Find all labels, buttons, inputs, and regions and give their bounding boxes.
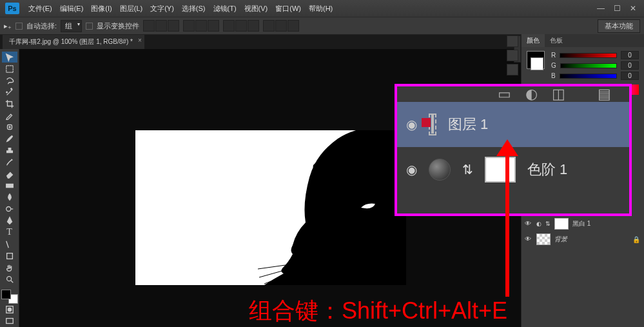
- g-value[interactable]: 0: [621, 61, 639, 70]
- menu-type[interactable]: 文字(Y): [146, 0, 178, 17]
- align-group-1[interactable]: [143, 20, 179, 32]
- maximize-icon[interactable]: ☐: [614, 4, 621, 13]
- menu-icon[interactable]: ▤: [598, 86, 611, 103]
- filter-icon[interactable]: ▭: [498, 86, 511, 103]
- distribute-group-1[interactable]: [223, 20, 259, 32]
- r-slider[interactable]: [560, 53, 617, 58]
- zoom-tool[interactable]: [2, 273, 17, 284]
- svg-rect-2: [6, 184, 13, 187]
- brush-tool[interactable]: [2, 134, 17, 144]
- screenmode-tool[interactable]: [2, 316, 17, 327]
- dodge-tool[interactable]: [2, 204, 17, 215]
- svg-point-7: [8, 308, 11, 312]
- layer-thumb: [536, 233, 551, 245]
- menu-layer[interactable]: 图层(L): [116, 0, 146, 17]
- layer-thumb: [431, 115, 434, 134]
- crop-tool[interactable]: [2, 99, 17, 110]
- menu-view[interactable]: 视图(V): [240, 0, 272, 17]
- auto-select-label: 自动选择:: [26, 21, 57, 31]
- text-tool[interactable]: T: [2, 227, 17, 238]
- document-tab[interactable]: 千库网-猫2.jpg @ 100% (图层 1, RGB/8#) * ×: [3, 35, 144, 49]
- eyedropper-tool[interactable]: [2, 110, 17, 121]
- document-tab-label: 千库网-猫2.jpg @ 100% (图层 1, RGB/8#) *: [9, 38, 133, 45]
- r-label: R: [551, 52, 556, 59]
- auto-select-dropdown[interactable]: 组: [61, 20, 82, 32]
- tab-close-icon[interactable]: ×: [138, 37, 142, 44]
- b-value[interactable]: 0: [621, 72, 639, 80]
- b-label: B: [551, 72, 556, 79]
- tab-color[interactable]: 颜色: [522, 34, 545, 47]
- path-tool[interactable]: [2, 239, 17, 250]
- show-controls-checkbox[interactable]: [86, 23, 93, 30]
- g-label: G: [551, 62, 556, 69]
- link-icon[interactable]: ⇅: [462, 162, 473, 177]
- move-cursor-icon: ▸₊: [4, 22, 12, 30]
- shape-tool[interactable]: [2, 250, 17, 261]
- layer-row-bw[interactable]: 👁 ◐⇅ 黑白 1: [521, 216, 644, 232]
- collapsed-panel-icon[interactable]: [507, 35, 518, 47]
- canvas-image: [135, 130, 406, 285]
- layer-thumb: [554, 218, 569, 230]
- wand-tool[interactable]: [2, 86, 17, 97]
- quickmask-tool[interactable]: [2, 304, 17, 315]
- adjustment-icon: [429, 159, 451, 181]
- menu-help[interactable]: 帮助(H): [305, 0, 337, 17]
- tab-swatches[interactable]: 色板: [545, 34, 568, 47]
- collapsed-panel-icon[interactable]: [507, 64, 518, 75]
- eraser-tool[interactable]: [2, 168, 17, 179]
- align-group-2[interactable]: [183, 20, 219, 32]
- pen-tool[interactable]: [2, 215, 17, 226]
- collapsed-panels: [507, 35, 521, 75]
- layer-name: 背景: [554, 235, 567, 244]
- eye-icon[interactable]: 👁: [525, 235, 532, 243]
- b-slider[interactable]: [560, 74, 617, 79]
- menu-select[interactable]: 选择(S): [178, 0, 210, 17]
- auto-select-checkbox[interactable]: [15, 23, 23, 30]
- layer-name: 色阶 1: [527, 160, 567, 179]
- annotation-caption: 组合键：Shift+Ctrl+Alt+E: [249, 295, 507, 327]
- close-icon[interactable]: ✕: [630, 4, 636, 13]
- svg-rect-0: [6, 65, 13, 72]
- gradient-tool[interactable]: [2, 180, 17, 191]
- color-swatches[interactable]: [1, 290, 18, 304]
- eye-icon[interactable]: 👁: [525, 220, 532, 228]
- history-brush-tool[interactable]: [2, 157, 17, 168]
- distribute-group-2[interactable]: [263, 20, 299, 32]
- menu-image[interactable]: 图像(I): [87, 0, 115, 17]
- workspace-switcher[interactable]: 基本功能: [598, 19, 640, 33]
- mask-icon[interactable]: ◫: [552, 86, 565, 103]
- menu-filter[interactable]: 滤镜(T): [210, 0, 240, 17]
- adjust-icon[interactable]: ◐: [525, 86, 538, 103]
- color-panel-tabs: 颜色 色板: [522, 34, 644, 47]
- menu-file[interactable]: 文件(E): [24, 0, 56, 17]
- svg-rect-4: [6, 253, 12, 259]
- menu-edit[interactable]: 编辑(E): [56, 0, 88, 17]
- eye-icon[interactable]: ◉: [406, 117, 417, 132]
- minimize-icon[interactable]: —: [597, 4, 605, 13]
- crop-indicator-icon: [422, 118, 431, 127]
- marquee-tool[interactable]: [2, 63, 17, 74]
- menu-window[interactable]: 窗口(W): [271, 0, 305, 17]
- hand-tool[interactable]: [2, 262, 17, 273]
- mask-thumb: [485, 157, 516, 183]
- eye-icon[interactable]: ◉: [406, 162, 417, 177]
- layer-thumb-border: [429, 114, 436, 135]
- lasso-tool[interactable]: [2, 75, 17, 86]
- stamp-tool[interactable]: [2, 145, 17, 156]
- r-value[interactable]: 0: [621, 51, 639, 59]
- g-slider[interactable]: [560, 63, 617, 68]
- svg-point-5: [6, 277, 11, 281]
- annotation-arrow-shaft: [505, 148, 509, 297]
- background-swatch[interactable]: [531, 57, 543, 70]
- svg-rect-8: [6, 319, 13, 324]
- menubar: Ps 文件(E) 编辑(E) 图像(I) 图层(L) 文字(Y) 选择(S) 滤…: [0, 0, 644, 17]
- heal-tool[interactable]: [2, 122, 17, 133]
- zoom-header-icons: ▭ ◐ ◫ ▤: [397, 86, 629, 102]
- layer-name: 图层 1: [448, 115, 488, 134]
- layer-row-bg[interactable]: 👁 背景 🔒: [521, 232, 644, 247]
- move-tool[interactable]: [2, 52, 17, 63]
- collapsed-panel-icon[interactable]: [507, 50, 518, 61]
- layer-name: 黑白 1: [572, 219, 590, 228]
- blur-tool[interactable]: [2, 192, 17, 203]
- svg-point-3: [6, 207, 10, 212]
